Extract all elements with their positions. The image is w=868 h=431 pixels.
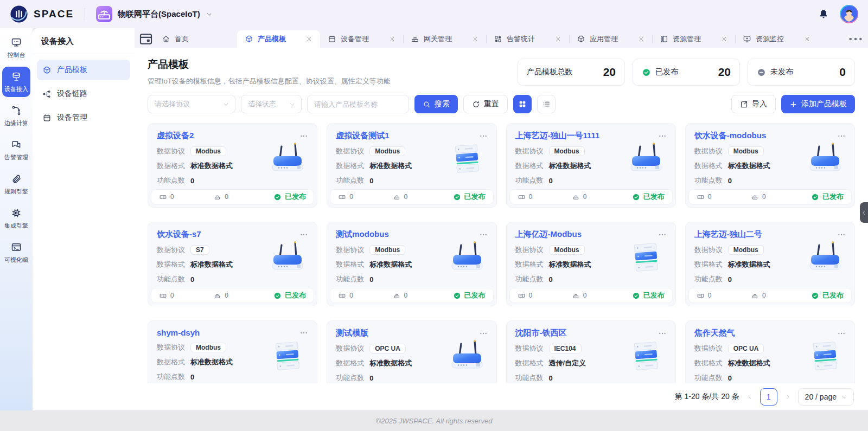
product-card[interactable]: 焦作天然气 数据协议 OPC UA 数据格式 标准数据格式 — [685, 320, 855, 383]
product-card-title[interactable]: 上海亿迈-Modbus — [515, 229, 582, 240]
tab[interactable]: 网关管理 — [403, 30, 486, 48]
status-select[interactable]: 选择状态 — [241, 95, 302, 113]
card-more-icon[interactable] — [837, 132, 846, 140]
search-button[interactable]: 搜索 — [414, 95, 458, 113]
product-card-title[interactable]: 上海艺迈-独山一号1111 — [515, 131, 600, 141]
card-more-icon[interactable] — [658, 230, 667, 239]
user-avatar[interactable] — [840, 5, 858, 23]
product-card[interactable]: 测试modobus 数据协议 Modbus 数据格式 标准数据格式 — [327, 222, 496, 306]
card-footer: 0 0 已发布 — [510, 190, 672, 204]
tab-bar: 首页 产品模板 设备管理 — [135, 28, 868, 48]
card-more-icon[interactable] — [479, 230, 488, 239]
protocol-select[interactable]: 请选择协议 — [148, 95, 235, 113]
tab-icon — [660, 35, 668, 43]
page-size-select[interactable]: 20 / page — [798, 388, 854, 406]
product-card[interactable]: 饮水设备-s7 数据协议 S7 数据格式 标准数据格式 — [148, 222, 317, 306]
tab-close-icon[interactable] — [721, 36, 727, 42]
tab-icon — [162, 35, 170, 43]
rail-item[interactable]: 规则引擎 — [2, 169, 30, 200]
sidebar-item[interactable]: 设备链路 — [37, 83, 130, 104]
add-template-button[interactable]: 添加产品模板 — [781, 95, 855, 113]
tabs-more-icon[interactable] — [846, 30, 865, 48]
check-circle-icon — [273, 193, 282, 201]
tab[interactable]: 告警统计 — [486, 30, 569, 48]
current-page-button[interactable]: 1 — [760, 388, 777, 406]
tab[interactable]: 资源管理 — [652, 30, 735, 48]
rail-item-label: 设备接入 — [4, 85, 28, 93]
product-card-title[interactable]: 虚拟设备测试1 — [336, 131, 389, 141]
product-card-title[interactable]: 虚拟设备2 — [157, 131, 194, 141]
server-image — [805, 338, 846, 374]
search-icon — [423, 100, 431, 108]
brand-name: SPACE — [34, 8, 74, 20]
tab-list-icon[interactable] — [138, 30, 154, 48]
list-view-button[interactable] — [537, 95, 556, 113]
product-card-title[interactable]: 沈阳市-铁西区 — [515, 328, 567, 338]
card-footer: 0 0 已发布 — [510, 288, 672, 303]
rail-item[interactable]: 告警管理 — [2, 135, 30, 165]
pagination: 第 1-20 条/共 20 条 1 20 / page — [135, 383, 868, 410]
format-value: 标准数据格式 — [190, 161, 233, 171]
protocol-tag: Modbus — [549, 146, 585, 156]
product-card[interactable]: 虚拟设备2 数据协议 Modbus 数据格式 标准数据格式 — [148, 123, 317, 208]
tab-close-icon[interactable] — [804, 36, 810, 42]
status-badge: 已发布 — [632, 291, 665, 300]
tab[interactable]: 首页 — [154, 30, 237, 48]
template-name-input[interactable] — [307, 95, 409, 113]
import-button[interactable]: 导入 — [731, 95, 776, 113]
sidebar-item[interactable]: 产品模板 — [37, 60, 130, 80]
next-page-button[interactable] — [784, 393, 792, 401]
product-card[interactable]: 饮水设备-modobus 数据协议 Modbus 数据格式 标准数据格式 — [685, 123, 855, 208]
sidebar-item[interactable]: 设备管理 — [37, 107, 130, 128]
card-more-icon[interactable] — [658, 132, 667, 140]
tab-close-icon[interactable] — [306, 36, 312, 42]
rail-item[interactable]: 设备接入 — [2, 67, 30, 97]
product-card-title[interactable]: 测试modobus — [336, 229, 389, 240]
workspace-switcher[interactable]: 物联网平台(SpaceIoT) — [96, 6, 213, 22]
format-label: 数据格式 — [515, 358, 544, 368]
reset-button[interactable]: 重置 — [463, 95, 508, 113]
card-more-icon[interactable] — [837, 329, 846, 338]
card-more-icon[interactable] — [299, 230, 308, 239]
notifications-bell-icon[interactable] — [818, 9, 829, 20]
product-card[interactable]: shym-dsyh 数据协议 Modbus 数据格式 标准数据格式 — [148, 320, 317, 383]
product-card[interactable]: 沈阳市-铁西区 数据协议 IEC104 数据格式 透传/自定义 — [506, 320, 676, 383]
card-more-icon[interactable] — [479, 132, 488, 140]
tab[interactable]: 产品模板 — [237, 30, 320, 48]
tab-close-icon[interactable] — [389, 36, 395, 42]
card-more-icon[interactable] — [837, 230, 846, 239]
product-card[interactable]: 虚拟设备测试1 数据协议 Modbus 数据格式 标准数据格式 — [327, 123, 496, 208]
rail-item[interactable]: 控制台 — [2, 33, 30, 63]
card-more-icon[interactable] — [299, 132, 308, 140]
collapse-panel-handle[interactable] — [860, 202, 868, 223]
grid-view-button[interactable] — [513, 95, 532, 113]
tab-close-icon[interactable] — [472, 36, 478, 42]
points-label: 功能点数 — [157, 372, 185, 382]
prev-page-button[interactable] — [746, 393, 754, 401]
product-card-title[interactable]: 测试模版 — [336, 328, 368, 338]
rail-item[interactable]: 集成引擎 — [2, 203, 30, 234]
product-card-title[interactable]: 饮水设备-modobus — [694, 131, 767, 141]
tab-close-icon[interactable] — [555, 36, 561, 42]
card-more-icon[interactable] — [299, 329, 308, 337]
card-more-icon[interactable] — [658, 329, 667, 338]
rail-item[interactable]: 可视化编 — [2, 237, 30, 268]
product-card-title[interactable]: 饮水设备-s7 — [157, 229, 201, 240]
rail-item[interactable]: 边缘计算 — [2, 101, 30, 131]
tab-icon — [577, 35, 585, 43]
product-card[interactable]: 测试模版 数据协议 OPC UA 数据格式 标准数据格式 — [327, 320, 496, 383]
product-card[interactable]: 上海艺迈-独山二号 数据协议 Modbus 数据格式 标准数据格式 — [685, 222, 855, 306]
product-card-title[interactable]: 焦作天然气 — [694, 328, 735, 338]
tab-close-icon[interactable] — [638, 36, 644, 42]
product-card-title[interactable]: 上海艺迈-独山二号 — [694, 229, 762, 240]
product-card-title[interactable]: shym-dsyh — [157, 328, 200, 337]
tab-label: 资源管理 — [673, 34, 717, 44]
product-card[interactable]: 上海亿迈-Modbus 数据协议 Modbus 数据格式 标准数据格式 — [506, 222, 676, 306]
tab[interactable]: 应用管理 — [569, 30, 652, 48]
format-label: 数据格式 — [336, 161, 364, 171]
product-card[interactable]: 上海艺迈-独山一号1111 数据协议 Modbus 数据格式 标准数据格式 — [506, 123, 676, 208]
tab[interactable]: 设备管理 — [320, 30, 403, 48]
brand: SPACE — [10, 5, 74, 23]
tab[interactable]: 资源监控 — [735, 30, 818, 48]
card-more-icon[interactable] — [479, 329, 488, 338]
